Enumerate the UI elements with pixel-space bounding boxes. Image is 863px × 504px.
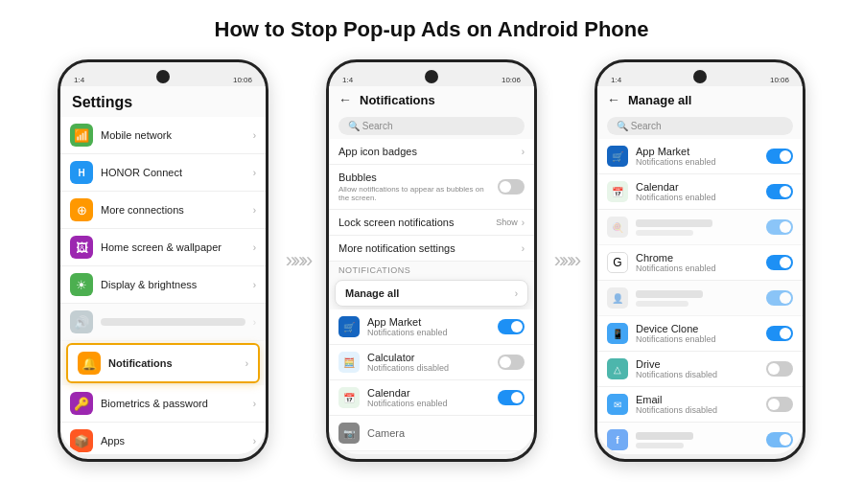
manage-calendar-label: Calendar — [636, 181, 766, 193]
manage-drive[interactable]: △ Drive Notifications disabled — [597, 352, 803, 387]
manage-business[interactable]: 👤 — [597, 281, 803, 316]
manage-facebook[interactable]: f — [597, 423, 803, 454]
search-placeholder: 🔍 Search — [348, 121, 392, 131]
manage-candy-crush-icon: 🍭 — [607, 217, 628, 238]
apps-label: Apps — [101, 435, 253, 447]
notifications-highlighted-item[interactable]: 🔔 Notifications › — [66, 343, 260, 383]
app-icon-badges-label: App icon badges — [338, 146, 522, 157]
settings-item[interactable]: 🖼 Home screen & wallpaper › — [60, 229, 266, 266]
triple-arrow-icon-2: »»» — [554, 248, 578, 273]
more-connections-icon: ⊕ — [70, 198, 93, 221]
manage-chrome[interactable]: G Chrome Notifications enabled — [597, 245, 803, 281]
chevron-icon: › — [253, 280, 256, 290]
settings-item[interactable]: ☀ Display & brightness › — [60, 266, 266, 304]
sounds-icon: 🔊 — [70, 310, 93, 333]
manage-email-toggle[interactable] — [766, 397, 793, 412]
manage-device-clone-icon: 📱 — [607, 323, 628, 344]
notif-search[interactable]: 🔍 Search — [338, 117, 525, 135]
manage-chrome-icon: G — [607, 252, 628, 273]
manage-device-clone-label: Device Clone — [636, 323, 766, 334]
back-arrow-icon-3[interactable]: ← — [607, 92, 620, 107]
manage-calendar[interactable]: 📅 Calendar Notifications enabled — [597, 174, 803, 210]
manage-business-toggle[interactable] — [766, 290, 793, 306]
calculator-toggle[interactable] — [498, 355, 525, 370]
status-left-2: 1:4 — [342, 76, 353, 84]
manage-email[interactable]: ✉ Email Notifications disabled — [597, 387, 803, 423]
chevron-icon: › — [245, 358, 248, 369]
phone-3: 1:4 10:06 ← Manage all 🔍 Search 🛒 App Ma… — [595, 59, 805, 462]
status-right-2: 10:06 — [501, 76, 521, 84]
notif-title: Notifications — [360, 93, 435, 107]
phone2-screen: ← Notifications 🔍 Search App icon badges… — [329, 86, 534, 454]
manage-device-clone-toggle[interactable] — [766, 326, 793, 341]
phone-2: 1:4 10:06 ← Notifications 🔍 Search App i… — [326, 59, 537, 462]
camera-icon: 📷 — [338, 423, 360, 444]
settings-item[interactable]: 📦 Apps › — [60, 423, 266, 454]
phone1-screen: Settings 📶 Mobile network › H HONOR Conn… — [60, 86, 266, 454]
settings-item[interactable]: 🔑 Biometrics & password › — [60, 385, 266, 423]
camera-item[interactable]: 📷 Camera — [329, 416, 534, 451]
bubbles-item[interactable]: Bubbles Allow notifications to appear as… — [329, 165, 534, 210]
manage-drive-toggle[interactable] — [766, 361, 793, 377]
manage-facebook-icon: f — [607, 429, 628, 450]
home-screen-icon: 🖼 — [70, 236, 93, 259]
bubbles-toggle[interactable] — [498, 179, 525, 195]
calendar-sublabel: Notifications enabled — [367, 399, 498, 408]
manage-calendar-toggle[interactable] — [766, 184, 793, 199]
settings-item[interactable]: 📶 Mobile network › — [60, 117, 266, 154]
page-title: How to Stop Pop-up Ads on Android Phone — [215, 17, 649, 42]
camera-label: Camera — [367, 427, 525, 439]
manage-chrome-sublabel: Notifications enabled — [636, 263, 766, 273]
manage-chrome-toggle[interactable] — [766, 255, 793, 270]
status-right-3: 10:06 — [770, 76, 789, 84]
status-right-1: 10:06 — [233, 76, 252, 84]
calculator-label: Calculator — [367, 352, 498, 363]
app-market-label: App Market — [367, 316, 498, 328]
more-notif-settings-item[interactable]: More notification settings › — [329, 236, 534, 262]
triple-arrow-icon: »»» — [286, 248, 310, 273]
notifications-label: Notifications — [108, 357, 245, 369]
manage-app-market-toggle[interactable] — [766, 149, 793, 164]
manage-email-sublabel: Notifications disabled — [636, 405, 766, 415]
phones-row: 1:4 10:06 Settings 📶 Mobile network › H … — [19, 59, 844, 462]
app-market-toggle[interactable] — [498, 319, 525, 334]
manage-app-market[interactable]: 🛒 App Market Notifications enabled — [597, 139, 803, 174]
phone-notch-3 — [693, 70, 707, 83]
bubbles-desc: Allow notifications to appear as bubbles… — [338, 185, 490, 202]
notifications-section-label: NOTIFICATIONS — [329, 262, 534, 277]
settings-item[interactable]: ⊕ More connections › — [60, 192, 266, 229]
manage-business-icon: 👤 — [607, 287, 628, 309]
manage-candy-crush[interactable]: 🍭 — [597, 210, 803, 245]
chevron-icon: › — [253, 436, 256, 447]
show-label: Show — [496, 218, 518, 227]
manage-all-item[interactable]: Manage all › — [335, 280, 528, 307]
manage-email-icon: ✉ — [607, 394, 628, 415]
app-market-item[interactable]: 🛒 App Market Notifications enabled — [329, 309, 534, 345]
settings-item[interactable]: H HONOR Connect › — [60, 154, 266, 192]
lock-screen-item[interactable]: Lock screen notifications Show › — [329, 210, 534, 236]
phone-notch — [156, 70, 170, 83]
arrow-1: »»» — [268, 248, 326, 273]
manage-candy-crush-toggle[interactable] — [766, 219, 793, 235]
manage-calendar-icon: 📅 — [607, 181, 628, 202]
biometrics-icon: 🔑 — [70, 392, 93, 415]
honor-connect-icon: H — [70, 161, 93, 184]
apps-icon: 📦 — [70, 429, 93, 452]
calendar-toggle[interactable] — [498, 390, 525, 405]
mobile-network-icon: 📶 — [70, 124, 93, 147]
lock-screen-label: Lock screen notifications — [338, 217, 496, 228]
display-icon: ☀ — [70, 273, 93, 296]
biometrics-label: Biometrics & password — [101, 398, 253, 409]
notifications-icon: 🔔 — [78, 352, 101, 375]
manage-device-clone[interactable]: 📱 Device Clone Notifications enabled — [597, 316, 803, 352]
manage-calendar-sublabel: Notifications enabled — [636, 193, 766, 202]
manage-facebook-toggle[interactable] — [766, 432, 793, 447]
honor-connect-label: HONOR Connect — [101, 167, 253, 178]
manage-all-search[interactable]: 🔍 Search — [607, 117, 793, 135]
back-arrow-icon[interactable]: ← — [338, 92, 352, 107]
calendar-item[interactable]: 📅 Calendar Notifications enabled — [329, 380, 534, 416]
app-market-icon: 🛒 — [338, 316, 360, 337]
app-icon-badges-item[interactable]: App icon badges › — [329, 139, 534, 165]
chevron-icon: › — [253, 399, 256, 409]
calculator-item[interactable]: 🧮 Calculator Notifications disabled — [329, 345, 534, 380]
